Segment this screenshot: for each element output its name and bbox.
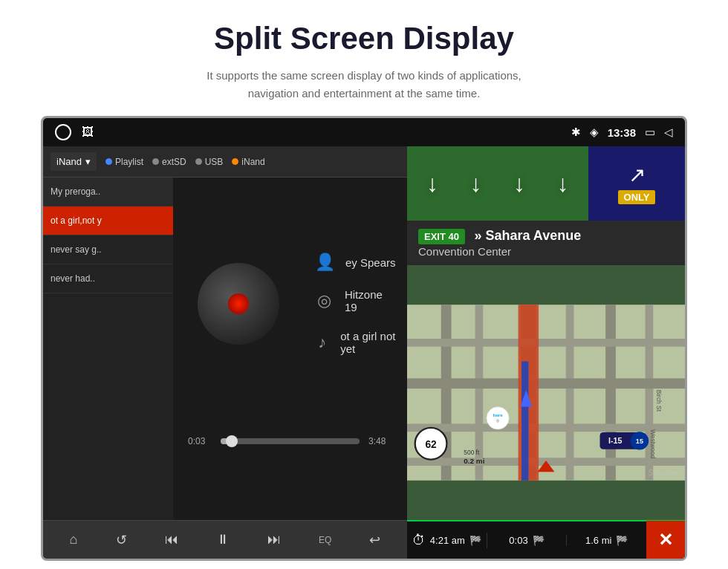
svg-point-16 (487, 407, 510, 430)
device-frame: 🖼 ✱ ◈ 13:38 ▭ ◁ iNand ▾ Playlist (41, 116, 687, 561)
nav-exit-banner: EXIT 40 » Sahara Avenue Convention Cente… (407, 221, 685, 265)
next-button[interactable]: ⏭ (260, 526, 288, 553)
media-panel: iNand ▾ Playlist extSD USB (43, 146, 407, 559)
nav-stat-time-label: 0:03 (509, 535, 527, 546)
source-dropdown-label: iNand (56, 156, 82, 167)
playlist-radio (105, 158, 112, 165)
status-time: 13:38 (608, 126, 636, 139)
nav-stat-distance: 1.6 mi 🏁 (567, 535, 646, 546)
tab-usb-label: USB (205, 157, 224, 167)
extsd-radio (152, 158, 159, 165)
track-album-row: ◎ Hitzone 19 (314, 288, 396, 313)
nav-sub-destination: Convention Center (418, 245, 674, 258)
source-bar: iNand ▾ Playlist extSD USB (43, 146, 407, 178)
image-icon: 🖼 (82, 126, 94, 139)
source-dropdown[interactable]: iNand ▾ (51, 152, 97, 171)
svg-text:15: 15 (636, 438, 643, 445)
progress-section: 0:03 3:48 (173, 430, 407, 452)
home-button[interactable]: ⌂ (62, 526, 85, 553)
svg-text:here: here (493, 412, 503, 417)
list-item[interactable]: never say g.. (43, 235, 173, 264)
page-title: Split Screen Display (45, 21, 683, 56)
tab-playlist-label: Playlist (115, 157, 143, 167)
close-icon: ✕ (658, 530, 673, 550)
track-song-row: ♪ ot a girl not yet (314, 330, 396, 355)
track-artist: ey Spears (345, 256, 396, 269)
exit-sign-row: EXIT 40 » Sahara Avenue (418, 228, 674, 244)
nav-stat-distance-label: 1.6 mi (585, 535, 611, 546)
svg-rect-5 (605, 305, 616, 481)
album-section (173, 178, 303, 430)
tab-usb[interactable]: USB (195, 157, 224, 167)
list-item[interactable]: My preroga.. (43, 178, 173, 207)
playlist-sidebar: My preroga.. ot a girl,not y never say g… (43, 178, 173, 520)
arrow-down-4: ↓ (557, 170, 569, 198)
svg-rect-4 (566, 305, 574, 481)
svg-rect-8 (407, 378, 685, 388)
bluetooth-icon: ✱ (571, 126, 581, 139)
eq-button[interactable]: EQ (311, 529, 339, 551)
flag-icon-1: 🏁 (469, 535, 481, 546)
tab-playlist[interactable]: Playlist (105, 157, 143, 167)
list-item[interactable]: never had.. (43, 264, 173, 293)
arrow-down-2: ↓ (470, 170, 482, 198)
play-pause-button[interactable]: ⏸ (209, 526, 237, 553)
flag-icon-2: 🏁 (533, 535, 545, 546)
prev-button[interactable]: ⏮ (157, 526, 186, 553)
svg-text:Birch St: Birch St (655, 390, 663, 412)
tab-extsd[interactable]: extSD (152, 157, 186, 167)
player-area: 👤 ey Spears ◎ Hitzone 19 ♪ ot a girl not… (173, 178, 407, 520)
person-icon: 👤 (314, 253, 335, 272)
svg-text:62: 62 (425, 439, 437, 450)
nav-only-box: ↗ ONLY (588, 146, 685, 221)
svg-rect-7 (407, 339, 685, 347)
tab-extsd-label: extSD (162, 157, 186, 167)
nav-only-arrow-icon: ↗ (628, 163, 646, 187)
svg-rect-12 (521, 362, 528, 481)
flag-icon-3: 🏁 (616, 535, 628, 546)
arrow-down-1: ↓ (426, 170, 438, 198)
back-icon: ◁ (664, 126, 673, 139)
location-icon: ◈ (590, 126, 599, 139)
svg-rect-9 (407, 423, 685, 432)
usb-radio (195, 158, 202, 165)
source-tabs: Playlist extSD USB iNand (105, 157, 265, 167)
page-header: Split Screen Display It supports the sam… (0, 0, 728, 116)
track-song: ot a girl not yet (340, 330, 396, 355)
time-current: 0:03 (188, 436, 212, 446)
track-album: Hitzone 19 (345, 288, 396, 313)
media-body: My preroga.. ot a girl,not y never say g… (43, 178, 407, 520)
home-circle-icon (55, 124, 71, 140)
svg-text:Westwood: Westwood (649, 429, 657, 458)
nav-panel: ↓ ↓ ↓ ↓ ↗ ONLY EXIT 40 » Sahara Avenue C… (407, 146, 685, 559)
media-main: 👤 ey Spears ◎ Hitzone 19 ♪ ot a girl not… (173, 178, 407, 430)
disc-icon: ◎ (314, 291, 334, 310)
tab-inand[interactable]: iNand (232, 157, 264, 167)
svg-text:®: ® (496, 419, 499, 423)
status-left: 🖼 (55, 124, 94, 140)
map-svg: 62 here ® I-15 15 0.2 mi 500 ft Birch St (407, 265, 685, 520)
repeat-button[interactable]: ↺ (108, 526, 134, 554)
watermark: Seicane (648, 468, 677, 477)
status-bar: 🖼 ✱ ◈ 13:38 ▭ ◁ (43, 118, 685, 146)
track-info: 👤 ey Spears ◎ Hitzone 19 ♪ ot a girl not… (303, 178, 407, 430)
nav-only-label: ONLY (618, 190, 656, 204)
progress-bar[interactable] (221, 438, 360, 444)
arrow-down-3: ↓ (513, 170, 525, 198)
nav-stat-time: 0:03 🏁 (487, 535, 568, 546)
music-note-icon: ♪ (314, 333, 330, 352)
time-total: 3:48 (368, 436, 392, 446)
nav-destination: » Sahara Avenue (474, 228, 581, 243)
nav-top: ↓ ↓ ↓ ↓ ↗ ONLY (407, 146, 685, 221)
chevron-down-icon: ▾ (85, 156, 91, 167)
svg-text:500 ft: 500 ft (464, 449, 480, 456)
list-item[interactable]: ot a girl,not y (43, 207, 173, 235)
inand-radio (232, 158, 238, 165)
tab-inand-label: iNand (241, 157, 264, 167)
page-subtitle: It supports the same screen display of t… (45, 67, 683, 103)
map-area: 62 here ® I-15 15 0.2 mi 500 ft Birch St (407, 265, 685, 520)
controls-bar: ⌂ ↺ ⏮ ⏸ ⏭ EQ ↩ (43, 520, 407, 559)
undo-button[interactable]: ↩ (362, 526, 388, 554)
nav-close-button[interactable]: ✕ (646, 521, 685, 559)
screen-mirror-icon: ▭ (645, 126, 655, 139)
